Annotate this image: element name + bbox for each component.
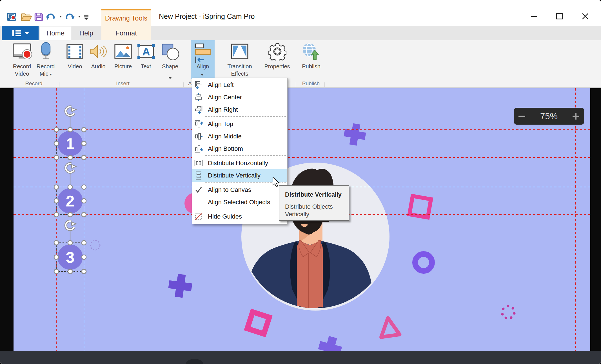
svg-text:A: A [142, 46, 150, 58]
svg-text:75%: 75% [540, 111, 558, 121]
svg-text:2: 2 [66, 192, 74, 210]
svg-text:3: 3 [66, 248, 74, 266]
svg-text:1: 1 [66, 135, 74, 152]
